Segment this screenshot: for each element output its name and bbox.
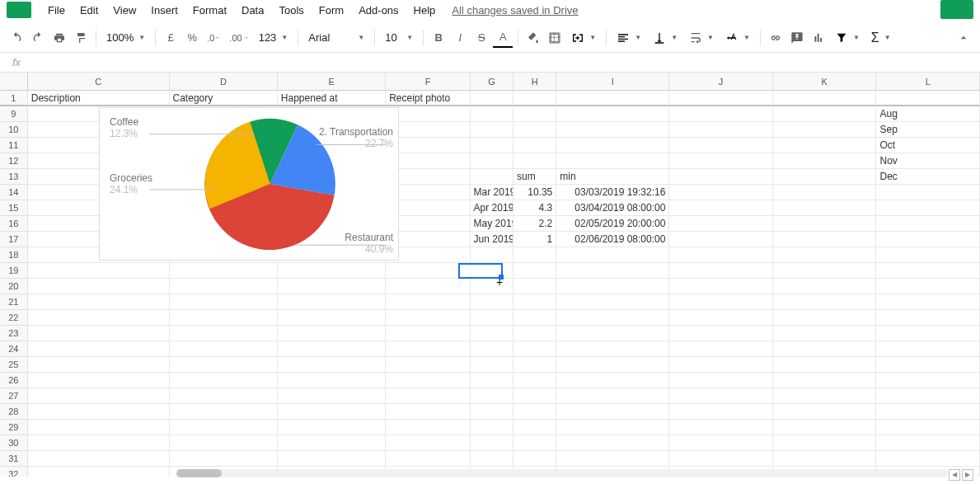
cell[interactable]: [876, 326, 980, 341]
cell[interactable]: [28, 357, 170, 373]
cell[interactable]: [170, 279, 278, 294]
row-header[interactable]: 19: [0, 263, 28, 279]
cell[interactable]: [669, 435, 773, 451]
cell[interactable]: [28, 451, 170, 467]
cell[interactable]: [669, 420, 773, 435]
cell[interactable]: [170, 435, 278, 451]
cell[interactable]: [471, 122, 513, 138]
cell[interactable]: [773, 435, 877, 451]
cell[interactable]: min: [556, 169, 669, 185]
pie-chart[interactable]: Coffee12.3% Groceries24.1% 2. Transporta…: [99, 107, 399, 261]
cell[interactable]: [386, 435, 470, 451]
cell[interactable]: [513, 435, 556, 451]
row-header[interactable]: 21: [0, 294, 28, 310]
cell[interactable]: [471, 263, 513, 279]
cell[interactable]: [876, 357, 980, 373]
cell[interactable]: [513, 153, 556, 169]
cell[interactable]: [513, 106, 556, 122]
cell[interactable]: Category: [170, 91, 278, 106]
cell[interactable]: [471, 341, 513, 357]
row-header[interactable]: 26: [0, 373, 28, 388]
column-header-D[interactable]: D: [170, 73, 278, 90]
cell[interactable]: [669, 263, 773, 279]
cell[interactable]: 02/06/2019 08:00:00: [556, 232, 669, 247]
cell[interactable]: [876, 435, 980, 451]
cell[interactable]: [513, 451, 556, 467]
cell[interactable]: [471, 388, 513, 404]
font-size-dropdown[interactable]: 10▼: [380, 28, 418, 48]
cell[interactable]: [513, 326, 556, 341]
cell[interactable]: [170, 341, 278, 357]
cell[interactable]: [386, 404, 470, 420]
cell[interactable]: [170, 357, 278, 373]
cell[interactable]: [386, 341, 470, 357]
cell[interactable]: [876, 216, 980, 232]
cell[interactable]: [773, 326, 877, 341]
cell[interactable]: [386, 357, 470, 373]
cell[interactable]: [28, 467, 170, 477]
print-icon[interactable]: [49, 28, 69, 48]
cell[interactable]: [513, 357, 556, 373]
cell[interactable]: [669, 388, 773, 404]
cell[interactable]: [28, 420, 170, 435]
cell[interactable]: [773, 357, 877, 373]
sheet-next-icon[interactable]: ▶: [962, 469, 973, 481]
cell[interactable]: [876, 388, 980, 404]
increase-decimal-button[interactable]: .00→: [226, 28, 251, 48]
cell[interactable]: [386, 279, 470, 294]
row-header[interactable]: 10: [0, 122, 28, 138]
strikethrough-button[interactable]: S: [471, 28, 491, 48]
cell[interactable]: Mar 2019: [471, 185, 513, 200]
column-header-J[interactable]: J: [669, 73, 773, 90]
cell[interactable]: [773, 294, 877, 310]
zoom-dropdown[interactable]: 100%▼: [101, 28, 150, 48]
cell[interactable]: [773, 91, 877, 106]
cell[interactable]: [773, 200, 877, 216]
menu-file[interactable]: File: [41, 2, 72, 18]
cell[interactable]: [669, 153, 773, 169]
cell[interactable]: [556, 247, 669, 263]
cell[interactable]: [513, 388, 556, 404]
cell[interactable]: 4.3: [513, 200, 556, 216]
row-header[interactable]: 17: [0, 232, 28, 247]
cell[interactable]: [28, 435, 170, 451]
cell[interactable]: [471, 294, 513, 310]
cell[interactable]: [876, 279, 980, 294]
row-header[interactable]: 22: [0, 310, 28, 326]
cell[interactable]: [513, 373, 556, 388]
cell[interactable]: [773, 310, 877, 326]
cell[interactable]: [278, 420, 386, 435]
cell[interactable]: [513, 310, 556, 326]
cell[interactable]: [669, 341, 773, 357]
cell[interactable]: [513, 279, 556, 294]
cell[interactable]: [876, 247, 980, 263]
cell[interactable]: [513, 122, 556, 138]
cell[interactable]: Dec: [876, 169, 980, 185]
cell[interactable]: [471, 247, 513, 263]
cell[interactable]: [773, 232, 877, 247]
cell[interactable]: [28, 388, 170, 404]
cell[interactable]: Aug: [876, 106, 980, 122]
cell[interactable]: [556, 357, 669, 373]
cell[interactable]: [876, 373, 980, 388]
cell[interactable]: [278, 263, 386, 279]
cell[interactable]: [669, 200, 773, 216]
menu-form[interactable]: Form: [312, 2, 350, 18]
cell[interactable]: [556, 91, 669, 106]
cell[interactable]: [386, 451, 470, 467]
row-header[interactable]: 12: [0, 153, 28, 169]
vertical-align-icon[interactable]: ▼: [648, 28, 682, 48]
cell[interactable]: [556, 310, 669, 326]
cell[interactable]: [556, 451, 669, 467]
cell[interactable]: [170, 263, 278, 279]
cell[interactable]: [876, 404, 980, 420]
cell[interactable]: [28, 404, 170, 420]
cell[interactable]: [556, 326, 669, 341]
row-header[interactable]: 11: [0, 138, 28, 153]
menu-help[interactable]: Help: [407, 2, 443, 18]
cell[interactable]: 2.2: [513, 216, 556, 232]
cell[interactable]: 10.35: [513, 185, 556, 200]
menu-view[interactable]: View: [106, 2, 143, 18]
cell[interactable]: [170, 310, 278, 326]
row-header[interactable]: 29: [0, 420, 28, 435]
